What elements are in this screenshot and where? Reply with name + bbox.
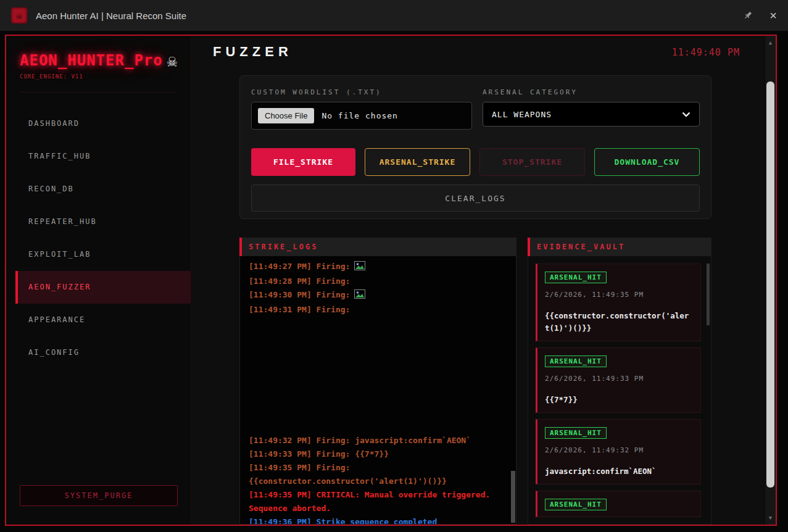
sidebar-item-repeater-hub[interactable]: REPEATER_HUB: [6, 206, 191, 238]
hit-payload: javascript:confirm`AEON`: [545, 465, 693, 478]
results-panels: STRIKE_LOGS [11:49:27 PM] Firing: [11:49…: [239, 238, 711, 525]
evidence-hit-card: ARSENAL_HIT 2/6/2026, 11:49:32 PM javasc…: [536, 419, 701, 484]
vault-scrollbar-thumb[interactable]: [707, 264, 710, 325]
wordlist-label: CUSTOM WORDLIST (.TXT): [251, 88, 472, 96]
arsenal-hit-badge: ARSENAL_HIT: [545, 272, 607, 283]
hit-timestamp: 2/6/2026, 11:49:33 PM: [545, 375, 693, 383]
sidebar-item-ai-config[interactable]: AI_CONFIG: [6, 336, 191, 369]
evidence-hit-card: ARSENAL_HIT 2/6/2026, 11:49:35 PM {{cons…: [536, 264, 701, 341]
broken-image-icon: [354, 261, 365, 275]
file-status-text: No file chosen: [321, 111, 398, 120]
strike-logs-header: STRIKE_LOGS: [239, 238, 516, 256]
arsenal-hit-badge: ARSENAL_HIT: [545, 355, 607, 367]
titlebar: ☠ Aeon Hunter AI | Neural Recon Suite ×: [0, 0, 788, 31]
sidebar-item-aeon-fuzzer[interactable]: AEON_FUZZER: [15, 271, 191, 304]
stop-strike-button[interactable]: STOP_STRIKE: [479, 148, 585, 176]
log-line: [11:49:27 PM] Firing:: [249, 260, 507, 275]
arsenal-strike-button[interactable]: ARSENAL_STRIKE: [365, 148, 470, 176]
sidebar-item-appearance[interactable]: APPEARANCE: [6, 304, 191, 336]
app-logo-text: AEON_HUNTER_Pro: [20, 52, 163, 69]
arsenal-category-select[interactable]: ALL WEAPONS: [483, 102, 700, 127]
arsenal-category-value: ALL WEAPONS: [492, 110, 552, 119]
log-blank-region: [249, 317, 507, 434]
sidebar: AEON_HUNTER_Pro ☠ CORE_ENGINE: V11 DASHB…: [6, 36, 191, 525]
sidebar-item-recon-db[interactable]: RECON_DB: [6, 173, 191, 206]
window-controls: ×: [742, 9, 777, 22]
close-icon[interactable]: ×: [769, 9, 777, 22]
scroll-up-icon[interactable]: ▲: [765, 37, 776, 48]
main-scrollbar-thumb[interactable]: [766, 81, 774, 488]
clear-logs-button[interactable]: CLEAR_LOGS: [251, 185, 700, 212]
choose-file-button[interactable]: Choose File: [258, 108, 314, 123]
sidebar-item-traffic-hub[interactable]: TRAFFIC_HUB: [6, 140, 191, 173]
main-panel: FUZZER 11:49:40 PM CUSTOM WORDLIST (.TXT…: [191, 36, 765, 525]
evidence-hit-card: ARSENAL_HIT: [536, 491, 701, 517]
fuzzer-content: CUSTOM WORDLIST (.TXT) Choose File No fi…: [239, 75, 711, 525]
sidebar-logo-block: AEON_HUNTER_Pro ☠ CORE_ENGINE: V11: [6, 36, 191, 93]
app-window: ☠ Aeon Hunter AI | Neural Recon Suite ×: [0, 0, 788, 532]
broken-image-icon: [354, 289, 365, 303]
evidence-vault-list: ARSENAL_HIT 2/6/2026, 11:49:35 PM {{cons…: [528, 256, 711, 525]
hit-timestamp: 2/6/2026, 11:49:32 PM: [545, 446, 693, 454]
strike-logs-output: [11:49:27 PM] Firing: [11:49:28 PM] Firi…: [239, 256, 516, 525]
system-purge-button[interactable]: SYSTEM_PURGE: [20, 485, 178, 506]
hit-timestamp: 2/6/2026, 11:49:35 PM: [545, 291, 693, 299]
app-frame: AEON_HUNTER_Pro ☠ CORE_ENGINE: V11 DASHB…: [5, 35, 777, 526]
log-line: [11:49:35 PM] Firing: {{constructor.cons…: [249, 461, 507, 488]
log-line: [11:49:28 PM] Firing:: [249, 275, 507, 288]
evidence-vault-header: EVIDENCE_VAULT: [528, 238, 711, 256]
sidebar-item-exploit-lab[interactable]: EXPLOIT_LAB: [6, 238, 191, 271]
evidence-vault-panel: EVIDENCE_VAULT ARSENAL_HIT 2/6/2026, 11:…: [528, 238, 711, 525]
arsenal-hit-badge: ARSENAL_HIT: [545, 427, 607, 439]
log-line: [11:49:32 PM] Firing: javascript:confirm…: [249, 434, 507, 447]
log-line: [11:49:30 PM] Firing:: [249, 288, 507, 303]
app-logo-icon: ☠: [11, 7, 27, 23]
fuzzer-config-panel: CUSTOM WORDLIST (.TXT) Choose File No fi…: [239, 75, 711, 219]
engine-version-label: CORE_ENGINE: V11: [20, 73, 177, 93]
skull-icon: ☠: [167, 52, 177, 69]
download-csv-button[interactable]: DOWNLOAD_CSV: [594, 148, 700, 176]
arsenal-hit-badge: ARSENAL_HIT: [545, 499, 607, 510]
evidence-hit-card: ARSENAL_HIT 2/6/2026, 11:49:33 PM {{7*7}…: [536, 347, 701, 413]
strike-buttons-row: FILE_STRIKE ARSENAL_STRIKE STOP_STRIKE D…: [251, 148, 700, 176]
main-scrollbar[interactable]: ▲ ▼: [765, 36, 776, 525]
log-scrollbar-thumb[interactable]: [511, 471, 515, 523]
hit-payload: {{7*7}}: [545, 394, 693, 406]
log-line: [11:49:33 PM] Firing: {{7*7}}: [249, 447, 507, 461]
pin-icon[interactable]: [742, 10, 753, 21]
strike-logs-panel: STRIKE_LOGS [11:49:27 PM] Firing: [11:49…: [239, 238, 516, 525]
window-title: Aeon Hunter AI | Neural Recon Suite: [36, 10, 186, 21]
clock: 11:49:40 PM: [672, 47, 740, 58]
sidebar-nav: DASHBOARD TRAFFIC_HUB RECON_DB REPEATER_…: [6, 107, 191, 369]
arsenal-category-label: ARSENAL CATEGORY: [483, 88, 700, 96]
log-line-complete: [11:49:36 PM] Strike sequence completed: [249, 515, 507, 525]
chevron-down-icon: [682, 110, 691, 119]
hit-payload: {{constructor.constructor('alert(1)')()}…: [545, 310, 693, 335]
file-strike-button[interactable]: FILE_STRIKE: [251, 148, 355, 176]
scroll-down-icon[interactable]: ▼: [765, 512, 776, 523]
log-line: [11:49:31 PM] Firing:: [249, 303, 507, 317]
log-line-critical: [11:49:35 PM] CRITICAL: Manual override …: [249, 488, 507, 515]
page-title: FUZZER: [213, 44, 292, 60]
sidebar-item-dashboard[interactable]: DASHBOARD: [6, 107, 191, 140]
wordlist-file-input[interactable]: Choose File No file chosen: [251, 102, 472, 130]
